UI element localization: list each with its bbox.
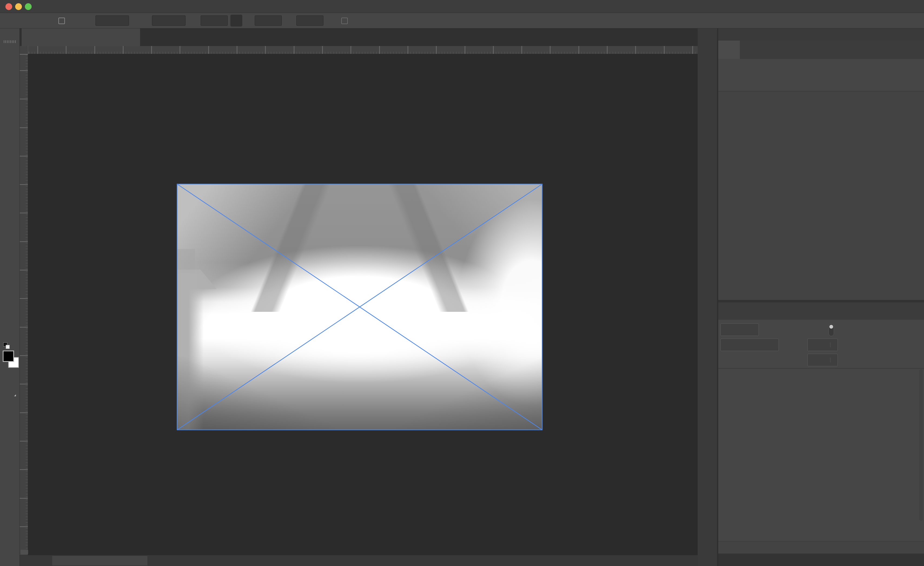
angle-icon <box>286 17 295 25</box>
layers-bottom-bar <box>718 541 924 554</box>
panel-menu-icon[interactable] <box>911 306 920 316</box>
search-icon <box>723 327 729 333</box>
chevron-down-icon <box>771 342 776 348</box>
panel-menu-icon[interactable] <box>911 45 920 54</box>
chevron-down-icon[interactable] <box>898 18 904 24</box>
vertical-ruler[interactable] <box>20 54 28 555</box>
foreground-color-swatch[interactable] <box>3 351 14 362</box>
layers-tab-row <box>718 303 924 320</box>
tool-bar <box>0 29 20 566</box>
reference-point-checkbox[interactable] <box>58 18 65 24</box>
warp-mode-icon[interactable] <box>416 15 427 26</box>
properties-panel <box>718 59 924 300</box>
options-bar <box>0 13 924 29</box>
link-dimensions-button[interactable] <box>230 15 242 27</box>
home-icon[interactable] <box>10 16 19 26</box>
screen-mode-button[interactable] <box>3 385 17 397</box>
workspace-icon[interactable] <box>886 16 896 25</box>
chevron-down-icon <box>752 327 757 333</box>
tab-properties[interactable] <box>718 41 740 59</box>
filter-toggle[interactable] <box>828 324 834 336</box>
search-icon[interactable] <box>872 16 882 25</box>
layers-scrollbar[interactable] <box>919 369 923 521</box>
chevron-down-icon[interactable] <box>39 18 45 24</box>
swap-colors-icon[interactable] <box>11 342 18 349</box>
chevron-down-icon <box>830 342 836 347</box>
blend-mode-dropdown[interactable] <box>720 339 779 351</box>
y-input[interactable] <box>152 15 186 26</box>
delta-icon[interactable] <box>133 17 141 25</box>
share-icon[interactable] <box>910 15 920 26</box>
panel-icon-strip <box>698 41 717 566</box>
layers-panel <box>718 320 924 554</box>
window-title <box>0 0 924 13</box>
link-icon <box>232 17 240 25</box>
flyout-indicator <box>14 394 16 396</box>
fill-dropdown[interactable] <box>807 354 838 366</box>
title-bar <box>0 0 924 13</box>
h-input[interactable] <box>255 15 282 26</box>
horizontal-ruler[interactable] <box>28 46 698 54</box>
properties-tab-row <box>718 41 924 59</box>
layer-filter-dropdown[interactable] <box>720 324 759 336</box>
status-bar <box>20 555 698 566</box>
opacity-dropdown[interactable] <box>807 339 838 351</box>
filter-toggle-knob <box>830 325 833 329</box>
tab-info[interactable] <box>740 41 763 59</box>
x-input[interactable] <box>96 15 129 26</box>
toolbar-grip[interactable] <box>4 40 16 43</box>
document-info-field[interactable] <box>52 556 147 566</box>
w-input[interactable] <box>201 15 228 26</box>
document-tab-bar <box>20 29 698 46</box>
transform-controls[interactable] <box>177 184 542 430</box>
quick-mask-icon[interactable] <box>4 372 16 382</box>
properties-empty-area <box>718 92 924 300</box>
reference-point-grid-icon[interactable] <box>72 16 82 26</box>
photoshop-window <box>0 0 924 566</box>
dock-header <box>698 29 924 41</box>
mini-default-colors[interactable] <box>3 342 10 349</box>
cancel-transform-icon[interactable] <box>448 16 458 26</box>
document-tab[interactable] <box>22 29 140 46</box>
antialias-checkbox[interactable] <box>341 18 348 24</box>
scrollbar-corner <box>21 550 28 554</box>
move-tool-icon[interactable] <box>30 16 38 25</box>
divider <box>718 368 924 369</box>
ruler-origin-box[interactable] <box>20 46 28 54</box>
angle-input[interactable] <box>296 15 323 26</box>
chevron-down-icon <box>830 358 836 363</box>
panel-group-gap <box>718 300 924 303</box>
commit-transform-icon[interactable] <box>465 16 475 26</box>
